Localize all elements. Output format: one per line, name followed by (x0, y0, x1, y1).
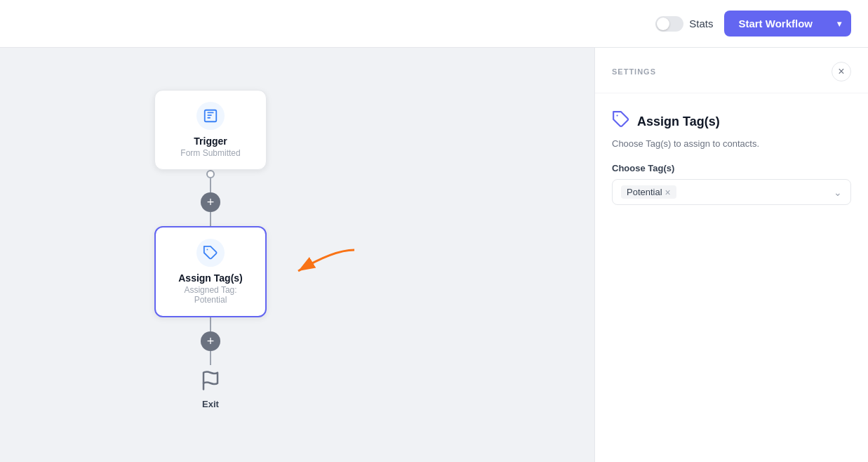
trigger-node[interactable]: Trigger Form Submitted (154, 90, 267, 170)
settings-content: Assign Tag(s) Choose Tag(s) to assign to… (595, 93, 868, 222)
settings-header: SETTINGS × (595, 48, 868, 93)
trigger-node-title: Trigger (172, 136, 249, 147)
potential-tag-chip: Potential × (621, 185, 676, 199)
stats-label: Stats (689, 18, 713, 29)
tag-chip-label: Potential (627, 187, 662, 197)
connector-1: + (201, 170, 220, 226)
exit-node-icon (195, 365, 226, 396)
connector-line-4 (210, 351, 211, 365)
arrow-annotation (277, 243, 361, 285)
add-step-button-1[interactable]: + (201, 192, 220, 212)
tag-chips-container: Potential × (621, 185, 676, 199)
assign-tags-node-icon (196, 239, 225, 267)
connector-dot-1 (206, 170, 215, 178)
main-layout: Trigger Form Submitted + Assign Tag(s) (0, 48, 868, 462)
start-workflow-label: Start Workflow (724, 11, 827, 37)
stats-toggle[interactable] (655, 16, 683, 32)
connector-line-3 (210, 317, 211, 331)
close-icon: × (838, 65, 844, 78)
close-settings-button[interactable]: × (832, 62, 851, 81)
exit-node-label: Exit (202, 399, 219, 409)
assign-tags-settings-icon (612, 110, 630, 133)
topbar: Stats Start Workflow ▾ (0, 0, 868, 48)
tag-select-dropdown[interactable]: Potential × ⌄ (612, 179, 851, 205)
exit-node[interactable]: Exit (195, 365, 226, 409)
start-workflow-button[interactable]: Start Workflow ▾ (724, 11, 851, 37)
settings-title: SETTINGS (612, 67, 656, 76)
trigger-node-icon (196, 102, 225, 130)
dropdown-chevron-icon: ⌄ (834, 187, 842, 198)
workflow-nodes: Trigger Form Submitted + Assign Tag(s) (154, 90, 267, 409)
add-step-button-2[interactable]: + (201, 331, 220, 351)
settings-panel: SETTINGS × Assign Tag(s) Choose Tag(s) t… (594, 48, 868, 462)
connector-line-1 (210, 178, 211, 192)
remove-tag-button[interactable]: × (665, 187, 671, 197)
connector-line-2 (210, 212, 211, 226)
settings-section-title-group: Assign Tag(s) (612, 110, 851, 133)
connector-2: + (201, 317, 220, 365)
choose-tags-label: Choose Tag(s) (612, 163, 851, 173)
assign-tags-node-title: Assign Tag(s) (173, 272, 248, 284)
start-workflow-chevron-icon: ▾ (827, 12, 851, 36)
trigger-node-subtitle: Form Submitted (172, 148, 249, 158)
workflow-canvas: Trigger Form Submitted + Assign Tag(s) (0, 48, 594, 462)
stats-toggle-group: Stats (655, 16, 713, 32)
settings-section-desc: Choose Tag(s) to assign to contacts. (612, 138, 851, 149)
assign-tags-node[interactable]: Assign Tag(s) Assigned Tag: Potential (154, 226, 267, 317)
settings-section-heading: Assign Tag(s) (637, 114, 720, 129)
assign-tags-node-subtitle: Assigned Tag: Potential (173, 285, 248, 305)
